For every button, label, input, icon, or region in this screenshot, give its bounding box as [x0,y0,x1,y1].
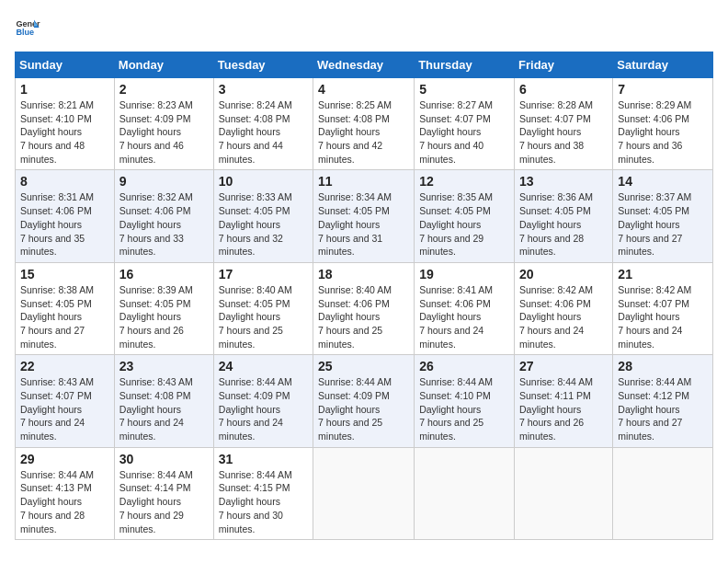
weekday-header-tuesday: Tuesday [213,52,313,78]
daylight-value: 7 hours and 24 minutes. [119,417,184,442]
sunset-label: Sunset: 4:09 PM [219,390,290,401]
calendar-cell: 8 Sunrise: 8:31 AM Sunset: 4:06 PM Dayli… [16,170,115,262]
sunrise-label: Sunrise: 8:29 AM [618,99,691,110]
daylight-label: Daylight hours [219,496,280,507]
sunrise-label: Sunrise: 8:25 AM [318,99,392,110]
sunset-label: Sunset: 4:10 PM [20,113,92,124]
calendar-cell [515,447,613,539]
daylight-value: 7 hours and 25 minutes. [219,325,283,350]
daylight-label: Daylight hours [119,126,181,137]
calendar-cell: 6 Sunrise: 8:28 AM Sunset: 4:07 PM Dayli… [515,78,613,170]
day-number: 22 [20,359,109,373]
daylight-label: Daylight hours [519,311,581,322]
day-info: Sunrise: 8:25 AM Sunset: 4:08 PM Dayligh… [318,98,409,166]
day-number: 17 [219,267,308,282]
calendar-table: SundayMondayTuesdayWednesdayThursdayFrid… [15,52,713,540]
calendar-cell [415,447,515,539]
day-info: Sunrise: 8:23 AM Sunset: 4:09 PM Dayligh… [119,98,209,166]
sunset-label: Sunset: 4:05 PM [219,205,290,216]
daylight-value: 7 hours and 24 minutes. [20,417,85,442]
calendar-cell: 23 Sunrise: 8:43 AM Sunset: 4:08 PM Dayl… [114,355,213,447]
daylight-label: Daylight hours [219,126,280,137]
day-number: 9 [119,174,209,189]
calendar-cell: 4 Sunrise: 8:25 AM Sunset: 4:08 PM Dayli… [313,78,415,170]
daylight-label: Daylight hours [20,219,82,230]
sunset-label: Sunset: 4:05 PM [219,298,290,309]
day-info: Sunrise: 8:40 AM Sunset: 4:05 PM Dayligh… [219,283,308,350]
sunrise-label: Sunrise: 8:44 AM [119,469,193,480]
sunrise-label: Sunrise: 8:39 AM [119,284,193,295]
day-info: Sunrise: 8:33 AM Sunset: 4:05 PM Dayligh… [219,190,308,258]
sunrise-label: Sunrise: 8:37 AM [618,191,691,202]
sunrise-label: Sunrise: 8:44 AM [618,376,691,387]
sunrise-label: Sunrise: 8:32 AM [119,191,193,202]
calendar-cell: 25 Sunrise: 8:44 AM Sunset: 4:09 PM Dayl… [313,355,415,447]
daylight-value: 7 hours and 24 minutes. [519,325,584,350]
calendar-cell: 2 Sunrise: 8:23 AM Sunset: 4:09 PM Dayli… [114,78,213,170]
daylight-label: Daylight hours [419,126,481,137]
day-info: Sunrise: 8:44 AM Sunset: 4:12 PM Dayligh… [618,375,708,442]
calendar-week-5: 29 Sunrise: 8:44 AM Sunset: 4:13 PM Dayl… [16,447,713,539]
sunrise-label: Sunrise: 8:44 AM [318,376,392,387]
daylight-value: 7 hours and 25 minutes. [318,417,382,442]
calendar-cell: 26 Sunrise: 8:44 AM Sunset: 4:10 PM Dayl… [415,355,515,447]
day-number: 13 [519,174,608,189]
daylight-value: 7 hours and 28 minutes. [519,233,584,258]
day-number: 20 [519,267,608,282]
sunrise-label: Sunrise: 8:43 AM [119,376,193,387]
daylight-value: 7 hours and 36 minutes. [618,140,682,165]
day-info: Sunrise: 8:34 AM Sunset: 4:05 PM Dayligh… [318,190,409,258]
day-number: 3 [219,82,308,97]
weekday-header-thursday: Thursday [415,52,515,78]
daylight-value: 7 hours and 33 minutes. [119,233,184,258]
day-number: 31 [219,452,308,466]
calendar-cell: 19 Sunrise: 8:41 AM Sunset: 4:06 PM Dayl… [415,262,515,354]
daylight-label: Daylight hours [618,126,679,137]
day-number: 29 [20,452,109,466]
day-number: 10 [219,174,308,189]
day-info: Sunrise: 8:41 AM Sunset: 4:06 PM Dayligh… [419,283,509,350]
calendar-cell: 17 Sunrise: 8:40 AM Sunset: 4:05 PM Dayl… [213,262,313,354]
calendar-cell: 31 Sunrise: 8:44 AM Sunset: 4:15 PM Dayl… [213,447,313,539]
daylight-label: Daylight hours [219,404,280,415]
sunset-label: Sunset: 4:11 PM [519,390,591,401]
daylight-value: 7 hours and 28 minutes. [20,510,85,534]
day-number: 4 [318,82,409,97]
daylight-value: 7 hours and 25 minutes. [318,325,382,350]
weekday-header-wednesday: Wednesday [313,52,415,78]
sunset-label: Sunset: 4:05 PM [618,205,689,216]
calendar-cell: 27 Sunrise: 8:44 AM Sunset: 4:11 PM Dayl… [515,355,613,447]
calendar-week-1: 1 Sunrise: 8:21 AM Sunset: 4:10 PM Dayli… [16,78,713,170]
calendar-cell: 5 Sunrise: 8:27 AM Sunset: 4:07 PM Dayli… [415,78,515,170]
daylight-label: Daylight hours [219,219,280,230]
day-number: 16 [119,267,209,282]
day-number: 6 [519,82,608,97]
calendar-cell: 30 Sunrise: 8:44 AM Sunset: 4:14 PM Dayl… [114,447,213,539]
daylight-label: Daylight hours [519,219,581,230]
calendar-cell: 28 Sunrise: 8:44 AM Sunset: 4:12 PM Dayl… [613,355,713,447]
day-info: Sunrise: 8:28 AM Sunset: 4:07 PM Dayligh… [519,98,608,166]
sunrise-label: Sunrise: 8:36 AM [519,191,593,202]
day-number: 1 [20,82,109,97]
calendar-cell: 24 Sunrise: 8:44 AM Sunset: 4:09 PM Dayl… [213,355,313,447]
day-info: Sunrise: 8:42 AM Sunset: 4:07 PM Dayligh… [618,283,708,350]
day-number: 24 [219,359,308,373]
calendar-cell: 15 Sunrise: 8:38 AM Sunset: 4:05 PM Dayl… [16,262,115,354]
day-info: Sunrise: 8:39 AM Sunset: 4:05 PM Dayligh… [119,283,209,350]
sunset-label: Sunset: 4:05 PM [419,205,491,216]
calendar-cell: 14 Sunrise: 8:37 AM Sunset: 4:05 PM Dayl… [613,170,713,262]
daylight-label: Daylight hours [119,404,181,415]
sunset-label: Sunset: 4:06 PM [20,205,92,216]
calendar-week-3: 15 Sunrise: 8:38 AM Sunset: 4:05 PM Dayl… [16,262,713,354]
daylight-label: Daylight hours [618,219,679,230]
sunrise-label: Sunrise: 8:28 AM [519,99,593,110]
day-number: 14 [618,174,708,189]
sunrise-label: Sunrise: 8:35 AM [419,191,493,202]
daylight-label: Daylight hours [119,496,181,507]
svg-text:Blue: Blue [16,28,34,37]
calendar-cell: 16 Sunrise: 8:39 AM Sunset: 4:05 PM Dayl… [114,262,213,354]
page-header: General Blue [15,15,713,40]
day-number: 5 [419,82,509,97]
calendar-cell: 11 Sunrise: 8:34 AM Sunset: 4:05 PM Dayl… [313,170,415,262]
sunset-label: Sunset: 4:05 PM [119,298,191,309]
